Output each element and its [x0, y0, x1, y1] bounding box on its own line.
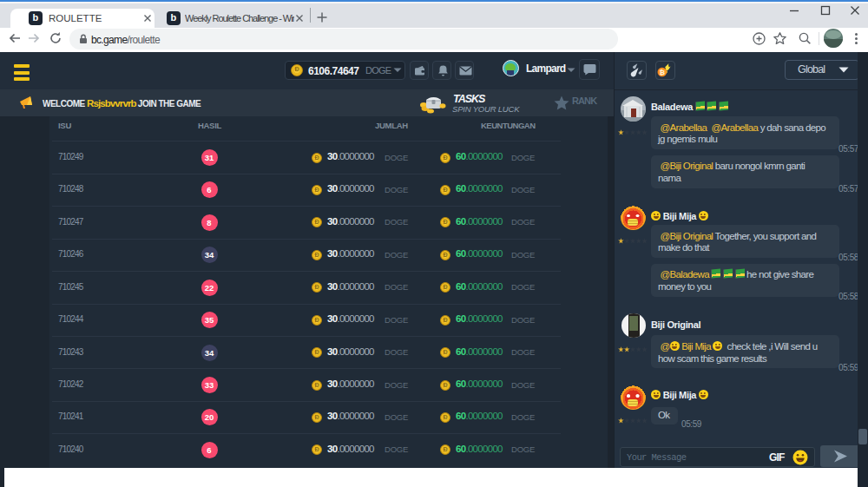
svg-text:₿: ₿ — [660, 69, 666, 76]
